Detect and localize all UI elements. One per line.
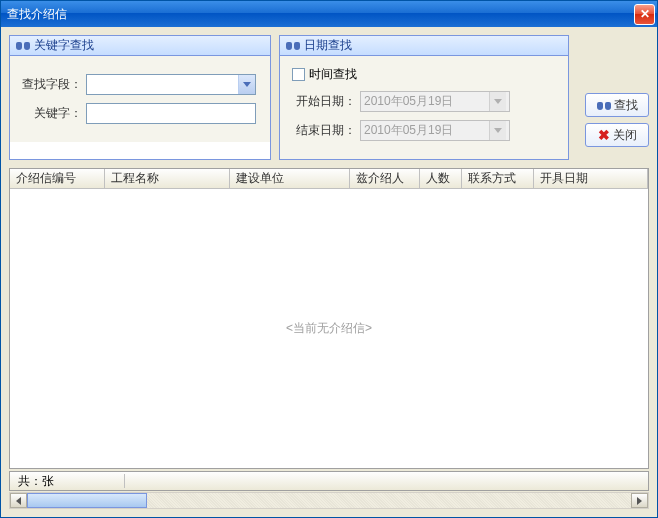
scroll-left-button[interactable] [10, 493, 27, 508]
scroll-right-button[interactable] [631, 493, 648, 508]
search-button-label: 查找 [614, 97, 638, 114]
keyword-search-panel: 关键字查找 查找字段： 关键字： [9, 35, 271, 160]
search-field-label: 查找字段： [22, 76, 82, 93]
end-date-picker[interactable]: 2010年05月19日 [360, 120, 510, 141]
search-field-combo[interactable] [86, 74, 256, 95]
table-body: <当前无介绍信> [10, 189, 648, 468]
column-header[interactable]: 介绍信编号 [10, 169, 105, 188]
close-icon: ✕ [640, 7, 650, 21]
close-button[interactable]: ✖ 关闭 [585, 123, 649, 147]
dialog-window: 查找介绍信 ✕ 关键字查找 查找字段： [0, 0, 658, 518]
date-dropdown-button[interactable] [489, 92, 506, 111]
keyword-label: 关键字： [22, 105, 82, 122]
status-bar: 共：张 [9, 471, 649, 491]
keyword-panel-header: 关键字查找 [10, 36, 270, 56]
search-button[interactable]: 查找 [585, 93, 649, 117]
results-table: 介绍信编号 工程名称 建设单位 兹介绍人 人数 联系方式 开具日期 <当前无介绍… [9, 168, 649, 469]
chevron-down-icon [243, 82, 251, 87]
binoculars-icon [16, 40, 30, 51]
chevron-down-icon [494, 128, 502, 133]
binoculars-icon [597, 100, 611, 111]
triangle-right-icon [637, 497, 642, 505]
keyword-input[interactable] [86, 103, 256, 124]
window-title: 查找介绍信 [7, 6, 634, 23]
chevron-down-icon [494, 99, 502, 104]
date-panel-title: 日期查找 [304, 37, 352, 54]
triangle-left-icon [16, 497, 21, 505]
status-text: 共：张 [18, 473, 54, 490]
status-separator [124, 474, 125, 488]
table-header: 介绍信编号 工程名称 建设单位 兹介绍人 人数 联系方式 开具日期 [10, 169, 648, 189]
column-header[interactable]: 开具日期 [534, 169, 648, 188]
column-header[interactable]: 建设单位 [230, 169, 350, 188]
combo-dropdown-button[interactable] [238, 75, 255, 94]
horizontal-scrollbar[interactable] [9, 492, 649, 509]
scroll-thumb[interactable] [27, 493, 147, 508]
time-search-checkbox[interactable] [292, 68, 305, 81]
keyword-panel-title: 关键字查找 [34, 37, 94, 54]
date-panel-header: 日期查找 [280, 36, 568, 56]
date-dropdown-button[interactable] [489, 121, 506, 140]
scroll-track[interactable] [27, 493, 631, 508]
column-header[interactable]: 工程名称 [105, 169, 230, 188]
x-icon: ✖ [598, 127, 610, 143]
binoculars-icon [286, 40, 300, 51]
end-date-label: 结束日期： [292, 122, 356, 139]
start-date-picker[interactable]: 2010年05月19日 [360, 91, 510, 112]
column-header[interactable]: 联系方式 [462, 169, 534, 188]
column-header[interactable]: 人数 [420, 169, 462, 188]
date-search-panel: 日期查找 时间查找 开始日期： 2010年05月19日 [279, 35, 569, 160]
column-header[interactable]: 兹介绍人 [350, 169, 420, 188]
empty-message: <当前无介绍信> [286, 320, 372, 337]
close-button-label: 关闭 [613, 127, 637, 144]
window-close-button[interactable]: ✕ [634, 4, 655, 25]
time-search-label: 时间查找 [309, 66, 357, 83]
start-date-label: 开始日期： [292, 93, 356, 110]
titlebar: 查找介绍信 ✕ [1, 1, 657, 27]
